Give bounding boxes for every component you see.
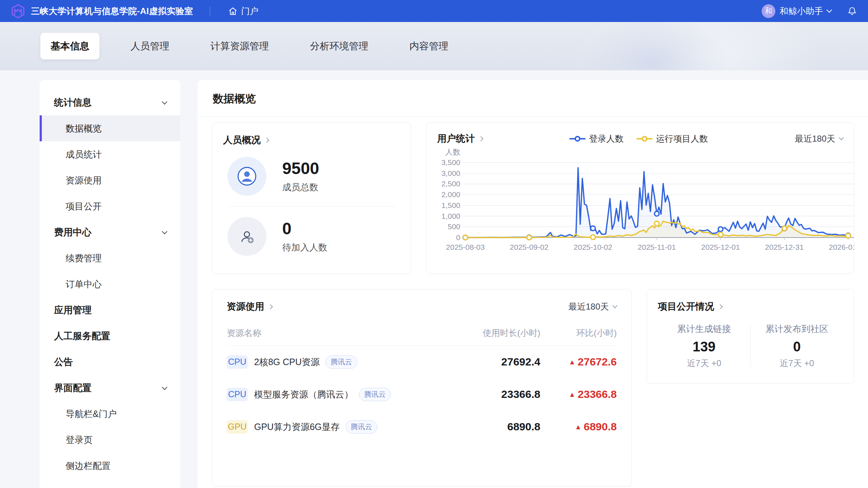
notification-bell-icon[interactable] (847, 6, 857, 16)
stat-sub: 近7天 +0 (751, 358, 843, 369)
svg-text:人数: 人数 (445, 148, 460, 156)
project-title: 项目公开情况 (658, 300, 714, 313)
svg-text:1,500: 1,500 (441, 201, 460, 209)
chevron-right-icon (264, 137, 269, 142)
sidebar-item-app-mgmt[interactable]: 应用管理 (40, 297, 180, 323)
tab-analysis-env[interactable]: 分析环境管理 (300, 33, 378, 59)
user-name: 和鲸小助手 (780, 5, 823, 17)
svg-text:3,000: 3,000 (441, 169, 460, 177)
legend-label: 登录人数 (589, 133, 624, 145)
svg-text:1,000: 1,000 (441, 212, 460, 220)
legend-login-count[interactable]: 登录人数 (570, 133, 624, 145)
stat-sub: 近7天 +0 (658, 358, 750, 369)
sidebar-group-statistics[interactable]: 统计信息 (40, 89, 180, 115)
chevron-down-icon (162, 99, 168, 105)
user-stats-chart[interactable]: 05001,0001,5002,0002,5003,0003,500人数2025… (437, 146, 843, 254)
user-stats-title: 用户统计 (437, 132, 475, 145)
tab-compute-resources[interactable]: 计算资源管理 (200, 33, 279, 59)
tab-content-mgmt[interactable]: 内容管理 (399, 33, 459, 59)
svg-text:3,500: 3,500 (441, 158, 460, 167)
topbar: 三峡大学计算机与信息学院-AI虚拟实验室 门户 和 和鲸小助手 (0, 0, 868, 22)
svg-text:2025-11-01: 2025-11-01 (638, 243, 676, 251)
resource-range-select[interactable]: 最近180天 (568, 301, 617, 312)
page-divider (198, 116, 868, 117)
decorative-cloud-image-2 (580, 22, 731, 70)
stat-pending-members: 0 待加入人数 (223, 207, 400, 266)
sidebar-item-sidebar-config[interactable]: 侧边栏配置 (40, 453, 180, 479)
portal-link[interactable]: 门户 (228, 5, 258, 17)
member-user-icon (227, 157, 266, 196)
legend-line-icon-blue (570, 136, 585, 142)
delta-number: 6890.8 (584, 421, 617, 432)
sidebar-item-data-overview[interactable]: 数据概览 (40, 115, 180, 141)
chevron-right-icon (718, 304, 723, 309)
sidebar-group-label: 界面配置 (54, 382, 92, 394)
pending-members-value: 0 (282, 219, 327, 238)
people-overview-card: 人员概况 9500 成员总数 (212, 123, 411, 274)
chevron-right-icon (268, 304, 273, 309)
user-stats-title-link[interactable]: 用户统计 (437, 132, 483, 145)
svg-text:2025-08-03: 2025-08-03 (446, 243, 484, 251)
up-triangle-icon: ▲ (575, 423, 581, 431)
user-menu[interactable]: 和 和鲸小助手 (762, 4, 831, 18)
svg-text:2025-12-31: 2025-12-31 (765, 243, 803, 251)
resource-name: 2核8G CPU资源 (254, 356, 320, 368)
sidebar-group-label: 费用中心 (54, 226, 92, 239)
col-resource-name: 资源名称 (227, 327, 450, 339)
stat-label: 累计发布到社区 (751, 323, 843, 335)
people-card-title: 人员概况 (223, 134, 261, 146)
usage-hours-value: 23366.8 (450, 388, 540, 400)
modelwhale-logo-icon[interactable] (11, 4, 25, 18)
stat-value: 139 (658, 339, 750, 355)
legend-line-icon-yellow (637, 136, 652, 142)
col-usage-hours: 使用时长(小时) (450, 327, 540, 339)
add-user-icon (227, 217, 266, 256)
stat-label: 累计生成链接 (658, 323, 750, 335)
resource-title-link[interactable]: 资源使用 (227, 300, 272, 313)
tab-personnel[interactable]: 人员管理 (120, 33, 180, 59)
resource-title: 资源使用 (227, 300, 264, 313)
range-label: 最近180天 (795, 133, 835, 145)
svg-text:2,500: 2,500 (441, 179, 460, 188)
tab-basic-info[interactable]: 基本信息 (40, 33, 99, 59)
usage-hours-value: 27692.4 (450, 356, 540, 368)
sidebar-group-ui-config[interactable]: 界面配置 (40, 375, 180, 401)
sidebar-item-resource-usage[interactable]: 资源使用 (40, 167, 180, 193)
pending-members-label: 待加入人数 (282, 241, 327, 253)
gpu-badge: GPU (227, 420, 248, 434)
avatar: 和 (762, 4, 775, 18)
svg-text:2025-12-01: 2025-12-01 (701, 243, 740, 251)
people-card-title-link[interactable]: 人员概况 (223, 134, 400, 146)
sidebar-item-login-page[interactable]: 登录页 (40, 427, 180, 453)
resource-name: 模型服务资源（腾讯云） (254, 389, 353, 400)
legend-running-projects[interactable]: 运行项目人数 (637, 133, 708, 145)
stat-value: 0 (751, 339, 843, 355)
total-members-label: 成员总数 (282, 181, 319, 193)
chevron-down-icon (162, 229, 168, 234)
sidebar-item-project-public[interactable]: 项目公开 (40, 193, 180, 219)
sidebar-item-renewal[interactable]: 续费管理 (40, 245, 180, 271)
svg-text:2026-01-30: 2026-01-30 (829, 243, 854, 251)
project-title-link[interactable]: 项目公开情况 (658, 300, 843, 313)
app-title: 三峡大学计算机与信息学院-AI虚拟实验室 (31, 5, 193, 17)
chevron-down-icon (827, 7, 832, 13)
stat-published-community: 累计发布到社区 0 近7天 +0 (751, 323, 843, 369)
user-stats-range-select[interactable]: 最近180天 (795, 133, 843, 145)
sidebar-item-announcement[interactable]: 公告 (40, 349, 180, 375)
home-icon (228, 6, 238, 16)
sidebar-group-billing[interactable]: 费用中心 (40, 219, 180, 245)
range-label: 最近180天 (568, 301, 609, 312)
table-row: CPU 模型服务资源（腾讯云） 腾讯云 23366.8 ▲23366.8 (227, 378, 617, 411)
sidebar-item-manual-service[interactable]: 人工服务配置 (40, 323, 180, 349)
delta-number: 23366.8 (578, 388, 617, 400)
resource-name: GPU算力资源6G显存 (254, 421, 340, 433)
delta-value: ▲6890.8 (540, 421, 617, 433)
col-delta-hours: 环比(小时) (540, 327, 617, 339)
delta-value: ▲23366.8 (540, 388, 617, 400)
sidebar-item-navbar-portal[interactable]: 导航栏&门户 (40, 401, 180, 427)
sidebar-item-orders[interactable]: 订单中心 (40, 271, 180, 297)
svg-text:2025-09-02: 2025-09-02 (510, 243, 548, 251)
vendor-tag: 腾讯云 (359, 388, 391, 401)
sidebar-item-member-stats[interactable]: 成员统计 (40, 141, 180, 167)
svg-text:2,000: 2,000 (441, 190, 460, 199)
